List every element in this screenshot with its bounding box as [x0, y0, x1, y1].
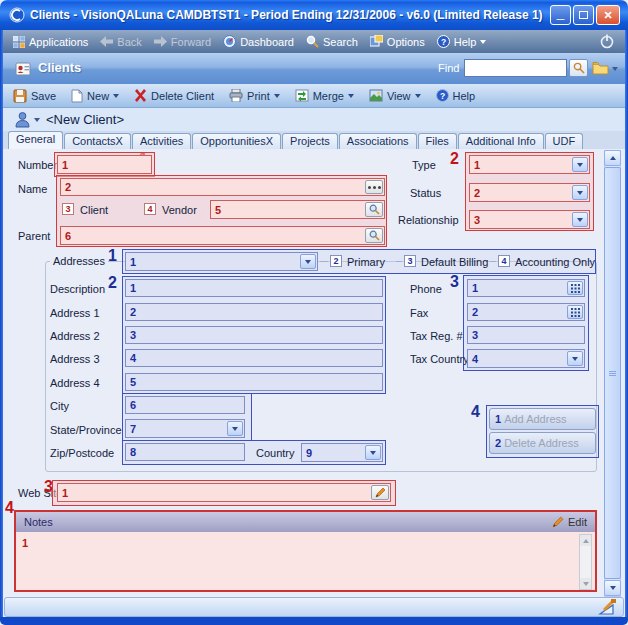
- notes-title: Notes: [24, 516, 53, 528]
- find-input[interactable]: [464, 59, 567, 77]
- address4-field[interactable]: 5: [125, 373, 383, 391]
- menu-help[interactable]: ? Help: [437, 35, 487, 48]
- zip-postcode-value: 8: [130, 446, 136, 458]
- tab-opportunitiesx[interactable]: OpportunitiesX: [192, 133, 281, 149]
- view-button[interactable]: View: [369, 89, 421, 102]
- description-field[interactable]: 1: [125, 279, 383, 297]
- help-icon: ?: [437, 35, 450, 48]
- notes-scroll-up-button[interactable]: [580, 535, 591, 546]
- notes-edit-button[interactable]: Edit: [551, 516, 587, 529]
- accounting-only-checkbox[interactable]: 4: [498, 255, 510, 267]
- tab-contactsx[interactable]: ContactsX: [64, 133, 131, 149]
- website-field[interactable]: 1: [57, 483, 391, 502]
- title-bar[interactable]: Clients - VisionQALuna CAMDBTST1 - Perio…: [0, 0, 628, 30]
- country-dropdown[interactable]: 9: [301, 443, 383, 462]
- phone-label: Phone: [410, 283, 442, 295]
- status-dropdown[interactable]: 2: [469, 183, 590, 202]
- type-dropdown-button[interactable]: [572, 157, 588, 172]
- address-selector-dropdown[interactable]: 1: [125, 252, 318, 271]
- number-field[interactable]: 1: [57, 155, 152, 174]
- address1-field[interactable]: 2: [125, 303, 383, 321]
- tax-country-dropdown-button[interactable]: [567, 351, 583, 366]
- tab-general[interactable]: General: [8, 131, 63, 149]
- primary-checkbox[interactable]: 2: [330, 255, 342, 267]
- page-flip-icon[interactable]: [598, 599, 616, 616]
- tab-associations[interactable]: Associations: [339, 133, 417, 149]
- parent-field[interactable]: 6: [60, 226, 385, 245]
- state-province-dropdown[interactable]: 7: [125, 419, 245, 438]
- back-arrow-icon: [100, 36, 113, 47]
- fax-field[interactable]: 2: [467, 303, 585, 321]
- country-dropdown-button[interactable]: [365, 445, 381, 460]
- type-dropdown[interactable]: 1: [469, 155, 590, 174]
- record-dropdown-arrow-icon[interactable]: [34, 118, 40, 122]
- notes-scrollbar[interactable]: [579, 534, 592, 590]
- address2-field[interactable]: 3: [125, 326, 383, 344]
- address3-field[interactable]: 4: [125, 349, 383, 367]
- status-dropdown-button[interactable]: [572, 185, 588, 200]
- scrollbar-up-button[interactable]: [604, 150, 621, 166]
- state-arrow-icon: [232, 427, 238, 431]
- tab-files[interactable]: Files: [418, 133, 457, 149]
- close-button[interactable]: ✕: [596, 5, 620, 25]
- phone-field[interactable]: 1: [467, 279, 585, 297]
- country-arrow-icon: [370, 451, 376, 455]
- folder-dropdown-arrow-icon[interactable]: [612, 67, 618, 71]
- merge-label: Merge: [313, 90, 344, 102]
- menu-options[interactable]: Options: [370, 35, 425, 48]
- add-address-button[interactable]: 1 Add Address: [489, 408, 596, 430]
- print-button[interactable]: Print: [229, 89, 280, 102]
- folder-icon[interactable]: [592, 61, 609, 75]
- find-label: Find: [438, 62, 459, 74]
- menu-dashboard[interactable]: Dashboard: [223, 35, 294, 48]
- address-selector-button[interactable]: [300, 254, 316, 269]
- find-search-button[interactable]: [569, 59, 588, 77]
- new-button[interactable]: New: [71, 89, 119, 103]
- vendor-lookup-field[interactable]: 5: [210, 200, 385, 219]
- status-label: Status: [410, 187, 441, 199]
- merge-button[interactable]: Merge: [295, 89, 354, 102]
- scrollbar-thumb[interactable]: [604, 167, 621, 579]
- relationship-dropdown[interactable]: 3: [469, 210, 590, 229]
- notes-header: Notes Edit: [16, 512, 595, 532]
- tab-projects[interactable]: Projects: [282, 133, 338, 149]
- state-dropdown-button[interactable]: [227, 421, 243, 436]
- zip-postcode-field[interactable]: 8: [125, 443, 245, 461]
- relationship-dropdown-button[interactable]: [572, 212, 588, 227]
- vendor-checkbox[interactable]: 4: [144, 203, 156, 215]
- delete-address-button[interactable]: 2 Delete Address: [489, 432, 596, 454]
- fax-keypad-button[interactable]: [567, 305, 583, 319]
- tax-country-dropdown[interactable]: 4: [467, 349, 585, 368]
- parent-lookup-button[interactable]: [365, 228, 383, 243]
- power-button[interactable]: [599, 33, 615, 53]
- save-button[interactable]: Save: [13, 89, 56, 103]
- address1-label: Address 1: [50, 307, 100, 319]
- delete-client-button[interactable]: Delete Client: [134, 89, 214, 102]
- menu-back[interactable]: Back: [100, 36, 141, 48]
- menu-search[interactable]: Search: [306, 35, 358, 48]
- primary-label: Primary: [347, 256, 385, 268]
- menu-applications[interactable]: Applications: [13, 36, 88, 48]
- notes-scroll-down-button[interactable]: [580, 578, 591, 589]
- tab-activities[interactable]: Activities: [132, 133, 191, 149]
- client-record-icon[interactable]: [14, 111, 31, 128]
- website-edit-button[interactable]: [371, 485, 389, 500]
- tab-udf[interactable]: UDF: [545, 133, 584, 149]
- phone-keypad-button[interactable]: [567, 281, 583, 295]
- scrollbar-down-button[interactable]: [604, 580, 621, 596]
- city-field[interactable]: 6: [125, 396, 245, 414]
- name-browse-button[interactable]: [365, 180, 383, 194]
- view-dropdown-arrow-icon: [415, 94, 421, 98]
- toolbar-help-button[interactable]: ? Help: [436, 89, 476, 102]
- type-value: 1: [474, 159, 480, 171]
- notes-value[interactable]: 1: [22, 537, 28, 549]
- tax-reg-field[interactable]: 3: [467, 326, 585, 344]
- name-field[interactable]: 2: [60, 178, 385, 196]
- menu-forward[interactable]: Forward: [154, 36, 211, 48]
- tab-additional-info[interactable]: Additional Info: [458, 133, 544, 149]
- minimize-button[interactable]: ─: [550, 5, 571, 25]
- vendor-lookup-button[interactable]: [365, 202, 383, 217]
- client-checkbox[interactable]: 3: [62, 203, 74, 215]
- default-billing-checkbox[interactable]: 3: [404, 255, 416, 267]
- maximize-button[interactable]: [573, 5, 594, 25]
